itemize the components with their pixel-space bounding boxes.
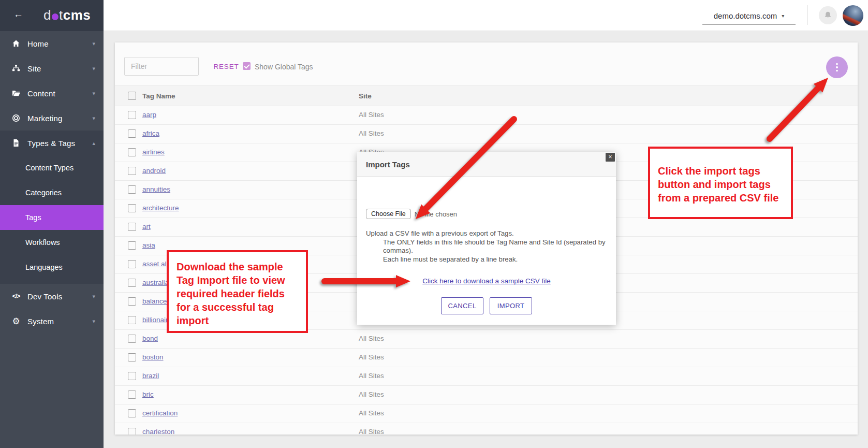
- sidebar-item-types-tags[interactable]: Types & Tags ▴: [0, 131, 104, 155]
- site-cell: All Sites: [359, 353, 384, 361]
- download-sample-csv-link[interactable]: Click here to download a sample CSV file: [357, 277, 616, 285]
- tag-link[interactable]: certification: [142, 409, 178, 417]
- tag-link[interactable]: airlines: [142, 148, 165, 156]
- sidebar-item-home[interactable]: Home ▾: [0, 31, 104, 56]
- sidebar-item-marketing[interactable]: Marketing ▾: [0, 106, 104, 131]
- sidebar: ← dtcms Home ▾ Site ▾ Content ▾ Marketin…: [0, 0, 104, 448]
- site-selector[interactable]: demo.dotcms.com ▾: [702, 7, 796, 25]
- modal-title: Import Tags: [366, 160, 410, 169]
- sidebar-item-languages[interactable]: Languages: [0, 255, 104, 280]
- chevron-down-icon: ▾: [92, 40, 95, 47]
- tag-link[interactable]: bric: [142, 391, 154, 398]
- sidebar-item-system[interactable]: ⚙ System ▾: [0, 309, 104, 334]
- row-checkbox[interactable]: [128, 129, 136, 138]
- row-checkbox[interactable]: [128, 409, 136, 417]
- topbar: demo.dotcms.com ▾: [104, 0, 868, 31]
- row-checkbox[interactable]: [128, 279, 136, 287]
- chevron-down-icon: ▾: [92, 318, 95, 325]
- cancel-button[interactable]: CANCEL: [441, 297, 483, 314]
- row-checkbox[interactable]: [128, 223, 136, 231]
- chevron-up-icon: ▴: [92, 140, 95, 147]
- sidebar-item-tags[interactable]: Tags: [0, 205, 104, 230]
- row-checkbox[interactable]: [128, 260, 136, 268]
- tag-link[interactable]: architecture: [142, 204, 179, 212]
- row-checkbox[interactable]: [128, 297, 136, 306]
- table-row: certification All Sites: [115, 404, 858, 423]
- close-icon[interactable]: ×: [606, 153, 615, 162]
- reset-button[interactable]: RESET: [208, 63, 244, 70]
- sidebar-item-content[interactable]: Content ▾: [0, 81, 104, 106]
- site-cell: All Sites: [359, 372, 384, 380]
- row-checkbox[interactable]: [128, 335, 136, 343]
- tag-link[interactable]: brazil: [142, 372, 159, 380]
- notifications-button[interactable]: [819, 6, 837, 24]
- sidebar-item-site[interactable]: Site ▾: [0, 56, 104, 81]
- chevron-down-icon: ▾: [92, 293, 95, 300]
- modal-description: Upload a CSV file with a previous export…: [366, 229, 607, 264]
- row-checkbox[interactable]: [128, 353, 136, 362]
- row-checkbox[interactable]: [128, 111, 136, 119]
- show-global-tags-checkbox[interactable]: [243, 62, 251, 70]
- tag-link[interactable]: art: [142, 223, 151, 230]
- table-row: aarp All Sites: [115, 106, 858, 125]
- select-all-checkbox[interactable]: [128, 92, 136, 100]
- tag-link[interactable]: boston: [142, 353, 164, 361]
- row-checkbox[interactable]: [128, 148, 136, 156]
- sidebar-item-categories[interactable]: Categories: [0, 180, 104, 205]
- tag-link[interactable]: asia: [142, 241, 155, 249]
- column-header-site[interactable]: Site: [359, 92, 372, 100]
- row-checkbox[interactable]: [128, 167, 136, 175]
- tag-link[interactable]: charleston: [142, 428, 174, 435]
- sidebar-item-workflows[interactable]: Workflows: [0, 230, 104, 255]
- annotation-box-import-button: Click the import tags button and import …: [648, 147, 793, 219]
- logo-dot-icon: [52, 13, 58, 20]
- row-checkbox[interactable]: [128, 316, 136, 324]
- tag-link[interactable]: annuities: [142, 185, 170, 193]
- modal-header: Import Tags ×: [357, 152, 616, 177]
- sidebar-nav: Home ▾ Site ▾ Content ▾ Marketing ▾ Type…: [0, 31, 104, 334]
- tag-link[interactable]: bond: [142, 335, 158, 342]
- import-button[interactable]: IMPORT: [490, 297, 532, 314]
- row-checkbox[interactable]: [128, 428, 136, 435]
- table-header: Tag Name Site: [115, 85, 858, 106]
- site-cell: All Sites: [359, 391, 384, 398]
- row-checkbox[interactable]: [128, 391, 136, 399]
- sidebar-item-dev-tools[interactable]: </> Dev Tools ▾: [0, 284, 104, 309]
- types-tags-group: Types & Tags ▴ Content Types Categories …: [0, 131, 104, 284]
- site-cell: All Sites: [359, 428, 384, 435]
- topbar-divider: [807, 5, 808, 25]
- user-avatar[interactable]: [843, 5, 863, 26]
- gear-icon: ⚙: [11, 317, 21, 326]
- chevron-down-icon: ▾: [92, 115, 95, 122]
- main-content: RESET Show Global Tags Tag Name Site aar…: [104, 31, 868, 448]
- back-arrow-icon[interactable]: ←: [13, 9, 23, 20]
- tag-link[interactable]: aarp: [142, 111, 156, 119]
- tag-link[interactable]: android: [142, 167, 166, 175]
- choose-file-button[interactable]: Choose File: [366, 209, 411, 219]
- import-tags-modal: Import Tags × Choose File No file chosen…: [357, 152, 616, 325]
- row-checkbox[interactable]: [128, 185, 136, 194]
- row-checkbox[interactable]: [128, 204, 136, 212]
- chevron-down-icon: ▾: [92, 90, 95, 97]
- table-row: bric All Sites: [115, 386, 858, 404]
- dotcms-logo: dtcms: [43, 7, 91, 23]
- column-header-tag-name[interactable]: Tag Name: [142, 92, 175, 100]
- sidebar-item-content-types[interactable]: Content Types: [0, 155, 104, 180]
- tag-link[interactable]: africa: [142, 129, 159, 137]
- table-row: boston All Sites: [115, 349, 858, 367]
- filter-input[interactable]: [124, 57, 199, 76]
- kebab-icon: [836, 63, 838, 65]
- row-checkbox[interactable]: [128, 241, 136, 250]
- no-file-chosen-text: No file chosen: [415, 210, 457, 218]
- bell-icon: [823, 11, 832, 20]
- site-cell: All Sites: [359, 129, 384, 137]
- site-cell: All Sites: [359, 111, 384, 119]
- tag-link[interactable]: australia: [142, 279, 169, 286]
- show-global-tags-label: Show Global Tags: [255, 63, 313, 71]
- table-row: africa All Sites: [115, 125, 858, 143]
- more-actions-fab[interactable]: [826, 56, 848, 78]
- annotation-box-download-sample: Download the sample Tag Import file to v…: [167, 250, 308, 333]
- site-cell: All Sites: [359, 335, 384, 342]
- row-checkbox[interactable]: [128, 372, 136, 380]
- code-icon: </>: [11, 293, 21, 300]
